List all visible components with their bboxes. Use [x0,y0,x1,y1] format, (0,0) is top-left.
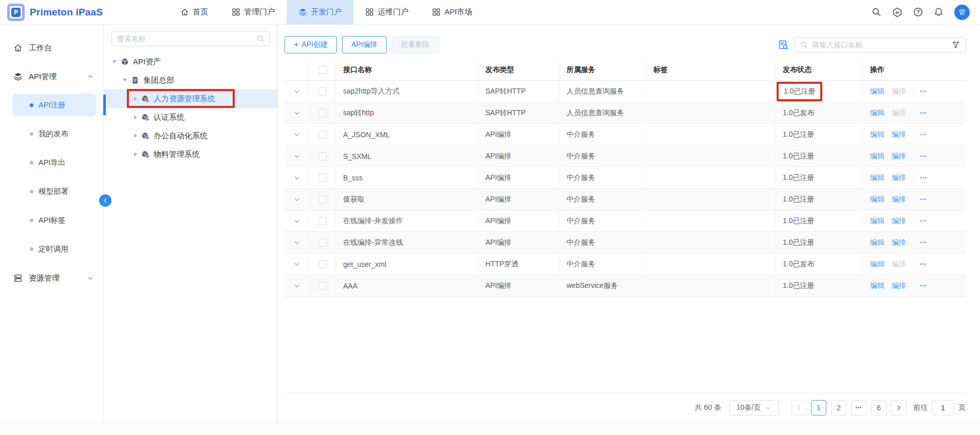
page-number-button[interactable]: 2 [831,400,846,415]
orchestrate-link[interactable]: 编排 [892,216,906,226]
page-number-button[interactable]: 1 [811,400,826,415]
sidebar-collapse-button[interactable] [99,194,111,207]
edit-link[interactable]: 编辑 [870,238,884,247]
row-expand-chevron[interactable] [293,131,300,138]
row-checkbox[interactable] [318,282,327,290]
help-icon[interactable] [913,7,923,17]
more-actions-button[interactable]: ••• [920,132,927,137]
row-expand-chevron[interactable] [293,239,300,246]
tree-node-auth-system[interactable]: 认证系统 [104,108,277,126]
orchestrate-link[interactable]: 编排 [892,195,906,204]
orchestrate-link[interactable]: 编排 [892,130,906,139]
orchestrate-link[interactable]: 编排 [892,87,906,96]
page-number-button[interactable]: ••• [851,400,866,415]
edit-link[interactable]: 编辑 [870,281,884,291]
prev-page-button[interactable] [791,400,806,415]
more-actions-button[interactable]: ••• [920,89,927,94]
tree-node-api-assets[interactable]: API资产 [104,52,277,71]
app-logo[interactable]: P Primeton iPaaS [7,4,103,21]
caret-right-icon[interactable] [134,134,137,138]
orchestrate-link[interactable]: 编排 [892,281,906,291]
tree-node-material-system[interactable]: 物料管理系统 [104,145,277,164]
tree-search-input[interactable] [117,34,257,43]
user-avatar[interactable]: 管 [954,5,970,20]
edit-link[interactable]: 编辑 [870,216,884,226]
nav-admin-portal[interactable]: 管理门户 [220,0,287,25]
nav-dev-portal[interactable]: 开发门户 [287,0,353,25]
advanced-search-icon[interactable] [778,40,788,50]
nav-home[interactable]: 首页 [168,0,220,25]
page-size-select[interactable]: 10条/页 [729,400,779,415]
sidebar-item-resource-management[interactable]: 资源管理 [0,266,103,290]
edit-link[interactable]: 编辑 [870,260,884,269]
row-checkbox[interactable] [318,131,327,139]
sidebar-item-scheduled-call[interactable]: 定时调用 [0,238,103,260]
orchestrate-link[interactable]: 编排 [892,173,906,183]
row-checkbox[interactable] [318,152,327,160]
edit-link[interactable]: 编辑 [870,108,884,118]
caret-right-icon[interactable] [134,115,137,119]
row-checkbox[interactable] [318,109,327,117]
row-expand-chevron[interactable] [293,196,300,203]
more-actions-button[interactable]: ••• [920,197,927,202]
more-actions-button[interactable]: ••• [920,283,927,288]
batch-delete-button[interactable]: 批量删除 [392,36,439,53]
api-orchestrate-button[interactable]: API编排 [342,36,387,53]
row-checkbox[interactable] [318,217,327,225]
caret-right-icon[interactable] [134,152,137,156]
sidebar-item-model-deploy[interactable]: 模型部署 [0,180,103,203]
row-checkbox[interactable] [318,260,327,268]
ai-assistant-icon[interactable] [892,7,902,17]
sidebar-item-api-export[interactable]: API导出 [0,151,103,174]
tree-node-group-hq[interactable]: 集团总部 [104,71,277,89]
row-expand-chevron[interactable] [293,88,300,95]
orchestrate-link[interactable]: 编排 [892,238,906,247]
orchestrate-link[interactable]: 编排 [892,260,906,269]
edit-link[interactable]: 编辑 [870,130,884,139]
nav-api-market[interactable]: API市场 [420,0,484,25]
row-expand-chevron[interactable] [293,174,300,182]
orchestrate-link[interactable]: 编排 [892,152,906,161]
edit-link[interactable]: 编辑 [870,173,884,183]
row-expand-chevron[interactable] [293,282,300,289]
tree-node-hr-system[interactable]: 人力资源管理系统 [104,89,277,108]
select-all-checkbox[interactable] [318,66,327,74]
api-search-input[interactable] [812,41,948,49]
tree-node-oa-system[interactable]: 办公自动化系统 [104,126,277,145]
more-actions-button[interactable]: ••• [920,219,927,224]
row-expand-chevron[interactable] [293,261,300,268]
row-expand-chevron[interactable] [293,153,300,160]
page-number-button[interactable]: 6 [871,400,887,415]
row-checkbox[interactable] [318,195,327,204]
edit-link[interactable]: 编辑 [870,87,884,96]
more-actions-button[interactable]: ••• [920,154,927,159]
row-checkbox[interactable] [318,87,327,96]
row-expand-chevron[interactable] [293,110,300,117]
search-icon[interactable] [257,35,265,43]
sidebar-item-api-register[interactable]: API注册 [0,94,103,116]
caret-down-icon[interactable] [123,79,127,82]
edit-link[interactable]: 编辑 [870,152,884,161]
next-page-button[interactable] [891,400,907,415]
more-actions-button[interactable]: ••• [920,240,927,245]
sidebar-item-my-publish[interactable]: 我的发布 [0,122,103,145]
sidebar-item-workbench[interactable]: 工作台 [0,36,103,60]
more-actions-button[interactable]: ••• [920,111,927,116]
goto-page-input[interactable] [932,400,954,415]
notifications-icon[interactable] [934,7,944,17]
caret-right-icon[interactable] [134,97,137,101]
more-actions-button[interactable]: ••• [920,262,927,267]
caret-down-icon[interactable] [112,60,117,63]
sidebar-item-api-tags[interactable]: API标签 [0,209,103,231]
filter-funnel-icon[interactable] [952,41,960,49]
row-checkbox[interactable] [318,239,327,247]
nav-ops-portal[interactable]: 运维门户 [353,0,420,25]
api-create-button[interactable]: + API创建 [285,36,337,53]
search-icon[interactable] [872,7,881,17]
row-checkbox[interactable] [318,174,327,182]
orchestrate-link[interactable]: 编排 [892,108,906,118]
sidebar-item-api-management[interactable]: API管理 [0,65,103,88]
more-actions-button[interactable]: ••• [920,175,927,180]
row-expand-chevron[interactable] [293,218,300,225]
edit-link[interactable]: 编辑 [870,195,884,204]
